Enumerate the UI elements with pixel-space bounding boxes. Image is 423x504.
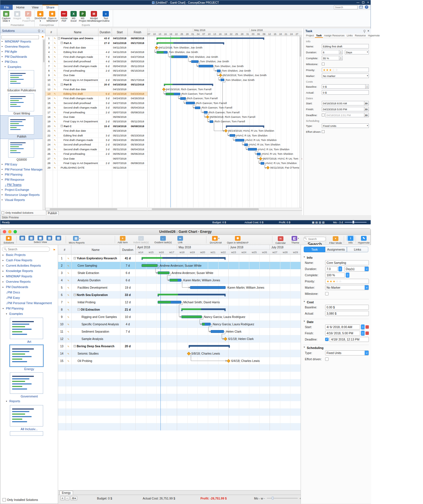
milestone-diamond[interactable] bbox=[219, 74, 222, 77]
task-row[interactable]: 13Editing first draft6 d04/16/201804/23/… bbox=[45, 92, 147, 96]
sidebar-item-resource-usage-reports[interactable]: ▸Resource Usage Reports bbox=[0, 192, 43, 197]
milestone-diamond[interactable] bbox=[155, 46, 158, 49]
sidebar-search-input[interactable] bbox=[2, 247, 50, 252]
gantt-bar[interactable] bbox=[191, 60, 199, 63]
gantt-bar[interactable] bbox=[257, 153, 261, 155]
column-header-num[interactable]: # bbox=[45, 28, 57, 36]
zoom-slider[interactable] bbox=[345, 222, 367, 223]
flag-icon[interactable] bbox=[53, 247, 56, 252]
marker-select[interactable]: No Marker bbox=[325, 285, 369, 290]
column-header-name[interactable]: Name bbox=[57, 28, 98, 36]
column-header-finish[interactable]: Finish bbox=[128, 28, 147, 36]
ribbon-tab-share[interactable]: Share bbox=[42, 5, 58, 10]
sidebar-item-basic-projects[interactable]: ▸Basic Projects bbox=[0, 252, 58, 258]
panel-tab-resource[interactable]: Resource bbox=[354, 34, 367, 38]
panel-tab-project[interactable]: Project bbox=[305, 34, 315, 38]
milestone-checkbox[interactable] bbox=[322, 63, 325, 65]
only-installed-checkbox[interactable] bbox=[3, 498, 6, 501]
task-row[interactable]: 10Final Copy in Art Department2 d05/16/2… bbox=[45, 78, 147, 82]
ribbon-button-open-in-mindmap[interactable]: ✱Open in MINDMAP bbox=[46, 10, 58, 23]
solution-thumbnail-grant-writing[interactable]: Grant Writing bbox=[0, 92, 43, 116]
task-row[interactable]: 1−Yukon Exploratory Research41 d bbox=[58, 255, 136, 262]
sidebar-item-pm-planning[interactable]: ▾PM Planning bbox=[0, 306, 58, 311]
close-button[interactable] bbox=[3, 230, 6, 233]
task-row[interactable]: 5Facilities Development19 d bbox=[58, 284, 136, 291]
sidebar-item-pm-dashboards[interactable]: ▸PM Dashboards bbox=[0, 54, 43, 59]
sheet-tab-energy[interactable]: Energy bbox=[60, 491, 73, 495]
sidebar-item-overview-reports[interactable]: ▸Overview Reports bbox=[0, 44, 43, 49]
solutions-search-input[interactable] bbox=[1, 35, 39, 39]
gantt-bar[interactable] bbox=[190, 286, 225, 289]
sidebar-item-pm-agile[interactable]: ▸PM Agile bbox=[0, 49, 43, 54]
toolbar-button-document-view-icon[interactable]: ▨ bbox=[54, 235, 62, 240]
sidebar-item-mindmap-reports[interactable]: ▸MINDMAP Reports bbox=[0, 39, 43, 44]
toolbar-button-task-view-icon[interactable]: ▥ bbox=[27, 235, 35, 240]
minimize-button[interactable] bbox=[8, 230, 12, 233]
gantt-bar[interactable] bbox=[171, 56, 188, 58]
deadline-calendar-icon[interactable] bbox=[364, 113, 369, 117]
pin-icon[interactable] bbox=[38, 30, 40, 32]
deadline-field[interactable]: 4/18/ 2018, 12:13 PM bbox=[330, 337, 369, 342]
marker-select[interactable]: No marker bbox=[322, 74, 369, 78]
sidebar-item-cash-flow-reports[interactable]: ▸Cash Flow Reports bbox=[0, 258, 58, 263]
task-row[interactable]: 4Editing first draft4 d04/11/201804/16/2… bbox=[45, 50, 147, 54]
task-row[interactable]: 6Second draft proofread4 d04/30/201805/0… bbox=[45, 59, 147, 64]
task-row[interactable]: 7Second draft changes made6 d05/04/20180… bbox=[45, 64, 147, 68]
complete-stepper[interactable] bbox=[339, 56, 343, 60]
toolbar-button-theme[interactable]: ◧▾Theme bbox=[288, 235, 302, 244]
toolbar-button-add-item[interactable]: +Add Item bbox=[115, 235, 130, 244]
milestone-diamond[interactable] bbox=[224, 129, 227, 132]
gantt-bar[interactable] bbox=[204, 111, 208, 114]
table-hscrollbar[interactable] bbox=[45, 208, 147, 211]
print-icon[interactable] bbox=[359, 6, 363, 8]
gantt-bar[interactable] bbox=[166, 93, 180, 95]
solution-thumbnail-art[interactable]: Art bbox=[0, 317, 58, 344]
panel-tab-links[interactable]: Links bbox=[347, 247, 368, 252]
task-row[interactable]: 29PUBLISHING DATE06/11/2018 bbox=[45, 165, 147, 170]
toolbar-button-info[interactable]: iInfo bbox=[345, 235, 356, 244]
sidebar-item-pm-dashboards[interactable]: ▸PM Dashboards bbox=[0, 284, 58, 290]
name-field[interactable]: Core Sampling bbox=[325, 260, 369, 265]
actual-field[interactable]: 3,080 $ bbox=[325, 311, 369, 316]
ribbon-button-diagram[interactable]: ◈DIAGRAM ▾ bbox=[35, 10, 46, 23]
column-header-name[interactable]: Name bbox=[71, 245, 120, 255]
task-row[interactable]: 9Due Date05/16/2018 bbox=[45, 73, 147, 78]
calendar-icon[interactable] bbox=[365, 331, 369, 335]
solution-thumbnail-education-publications[interactable]: Education Publications bbox=[0, 69, 43, 92]
chart-vscrollbar[interactable] bbox=[299, 36, 302, 207]
summary-bar[interactable] bbox=[164, 84, 213, 85]
deadline-field[interactable]: 04/18/2018 2:01 PM bbox=[325, 113, 364, 117]
solutions-scrollbar[interactable] bbox=[43, 39, 45, 210]
task-row[interactable]: 19Final Copy in Art Department2 d05/10/2… bbox=[45, 119, 147, 124]
sidebar-item-pm-teams[interactable]: ↓PM Teams bbox=[0, 182, 43, 187]
task-row[interactable]: 6−North Sea Exploration33 d bbox=[58, 291, 136, 299]
task-row[interactable]: 17Final proofreading2 d05/07/201805/08/2… bbox=[45, 110, 147, 114]
sidebar-item-pm-response[interactable]: ▸PM Response bbox=[0, 177, 43, 182]
start-field[interactable]: 04/16/2018 8:00 AM bbox=[322, 101, 364, 105]
chart-hscrollbar[interactable] bbox=[147, 208, 302, 211]
gantt-bar[interactable] bbox=[235, 139, 244, 142]
zoom-button[interactable] bbox=[14, 230, 17, 233]
task-row[interactable]: 21First draft due date05/19/2018 bbox=[45, 129, 147, 133]
solution-thumbnail-government[interactable]: Government bbox=[0, 371, 58, 399]
task-row[interactable]: 12First draft due date04/15/2018 bbox=[45, 87, 147, 91]
collapse-box-icon[interactable]: − bbox=[74, 345, 76, 347]
summary-bar[interactable] bbox=[142, 257, 226, 259]
toolbar-button-solutions[interactable]: ❖Solutions bbox=[1, 235, 16, 244]
duration-stepper[interactable] bbox=[339, 50, 343, 54]
task-row[interactable]: 27Due Date06/07/2018 bbox=[45, 156, 147, 161]
summary-bar[interactable] bbox=[181, 308, 226, 310]
summary-bar[interactable] bbox=[189, 345, 230, 347]
summary-bar[interactable] bbox=[157, 42, 224, 44]
task-row[interactable]: 14First draft changes made3 d04/24/20180… bbox=[45, 96, 147, 101]
task-row[interactable]: 15Oil Probing bbox=[58, 357, 136, 364]
gantt-bar[interactable] bbox=[202, 323, 211, 326]
gantt-bar[interactable] bbox=[244, 143, 248, 146]
sidebar-item-visual-reports[interactable]: ▸Visual Reports bbox=[0, 197, 43, 202]
sidebar-item-pm-easy[interactable]: ↓PM Easy bbox=[0, 295, 58, 300]
task-row[interactable]: 26Final proofreading2 d06/05/201806/06/2… bbox=[45, 152, 147, 156]
view-switch-icons[interactable]: ▦▤▥▧ bbox=[312, 221, 325, 224]
toolbar-button-resource-view-icon[interactable]: ▦ bbox=[36, 235, 44, 240]
ribbon-button-text-outline[interactable]: ≡Text Outline bbox=[101, 10, 111, 23]
task-row[interactable]: 14Seismic Studies bbox=[58, 350, 136, 357]
